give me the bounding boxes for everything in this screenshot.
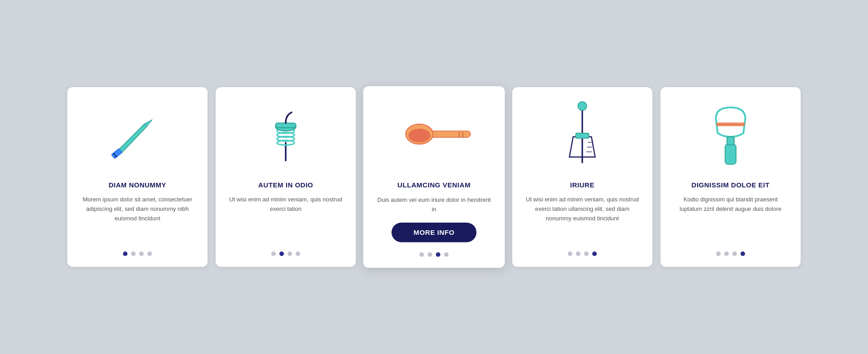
card-ullamcing-veniam: ULLAMCING VENIAM Duis autem vel eum iriu… — [363, 86, 505, 268]
card-1-dots — [123, 252, 152, 256]
dot — [123, 252, 127, 256]
dot — [592, 252, 597, 256]
dot — [732, 252, 737, 256]
dot — [296, 252, 300, 256]
card-4-body: Ut wisi enim ad minim veniam, quis nostr… — [525, 195, 640, 242]
card-3-title: ULLAMCING VENIAM — [397, 181, 471, 189]
dot — [576, 252, 580, 256]
dot — [741, 252, 745, 256]
measuring-spoon-icon — [376, 100, 492, 173]
card-1-title: DIAM NONUMMY — [108, 181, 166, 189]
dot — [271, 252, 276, 256]
more-info-button[interactable]: MORE INFO — [392, 223, 476, 242]
dot — [444, 252, 448, 256]
dot — [279, 252, 284, 256]
dot — [716, 252, 721, 256]
dot — [420, 252, 424, 256]
svg-marker-0 — [117, 123, 151, 154]
bottle-stopper-icon — [228, 101, 343, 173]
dot — [568, 252, 572, 256]
card-autem-in-odio: AUTEM IN ODIO Ut wisi enim ad minim veni… — [216, 87, 356, 267]
dot — [584, 252, 589, 256]
peeler-icon — [673, 101, 788, 173]
cards-container: DIAM NONUMMY Morem ipsum dolor sit amet,… — [40, 69, 828, 285]
card-2-title: AUTEM IN ODIO — [258, 181, 313, 189]
svg-point-14 — [408, 129, 430, 142]
card-3-body: Duis autem vel eum iriure dolor in hendr… — [376, 196, 492, 214]
dot — [428, 252, 432, 256]
dot — [288, 252, 292, 256]
card-dignissim: DIGNISSIM DOLOE EIT Kodio dignissim qui … — [660, 87, 801, 267]
card-1-body: Morem ipsum dolor sit amet, consectetuer… — [80, 195, 195, 242]
card-2-body: Ut wisi enim ad minim veniam, quis nostr… — [228, 195, 343, 242]
card-3-dots — [420, 252, 449, 256]
card-5-body: Kodio dignissim qui blandit praesent lup… — [673, 195, 788, 242]
svg-point-18 — [578, 102, 587, 111]
svg-rect-12 — [429, 131, 471, 137]
dot — [724, 252, 729, 256]
kitchen-tool-icon — [525, 101, 640, 173]
dot — [436, 252, 440, 256]
card-5-dots — [716, 252, 745, 256]
card-4-dots — [568, 252, 597, 256]
svg-rect-24 — [725, 144, 736, 164]
svg-rect-20 — [576, 133, 589, 138]
knife-icon — [80, 101, 195, 173]
card-2-dots — [271, 252, 300, 256]
card-5-title: DIGNISSIM DOLOE EIT — [692, 181, 770, 189]
svg-rect-27 — [727, 137, 734, 145]
svg-marker-4 — [144, 118, 153, 127]
dot — [131, 252, 136, 256]
card-4-title: IRIURE — [570, 181, 594, 189]
dot — [139, 252, 144, 256]
dot — [147, 252, 152, 256]
card-diam-nonummy: DIAM NONUMMY Morem ipsum dolor sit amet,… — [67, 87, 208, 267]
card-iriure: IRIURE Ut wisi enim ad minim veniam, qui… — [512, 87, 652, 267]
